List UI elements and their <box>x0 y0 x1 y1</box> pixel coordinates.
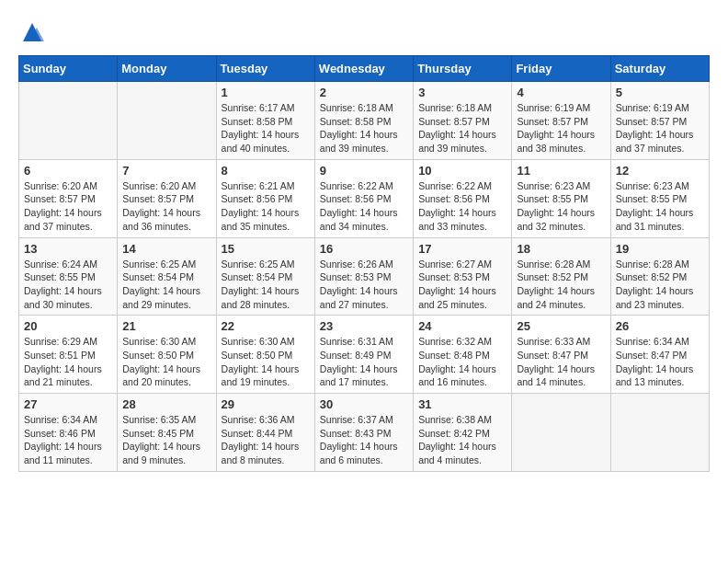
cell-content: Sunrise: 6:35 AM Sunset: 8:45 PM Dayligh… <box>122 413 210 467</box>
calendar-cell: 13 Sunrise: 6:24 AM Sunset: 8:55 PM Dayl… <box>19 237 118 316</box>
sunrise: Sunrise: 6:22 AM <box>418 180 492 191</box>
day-number: 31 <box>418 397 506 411</box>
sunrise: Sunrise: 6:38 AM <box>418 414 492 425</box>
daylight: Daylight: 14 hours and 35 minutes. <box>222 207 300 232</box>
sunset: Sunset: 8:55 PM <box>24 271 96 282</box>
sunset: Sunset: 8:53 PM <box>418 271 490 282</box>
day-number: 10 <box>418 164 506 178</box>
calendar-week-3: 13 Sunrise: 6:24 AM Sunset: 8:55 PM Dayl… <box>19 237 710 316</box>
daylight: Daylight: 14 hours and 14 minutes. <box>517 363 595 388</box>
sunset: Sunset: 8:42 PM <box>418 428 490 439</box>
calendar-week-1: 1 Sunrise: 6:17 AM Sunset: 8:58 PM Dayli… <box>19 82 710 160</box>
day-number: 9 <box>320 164 408 178</box>
sunset: Sunset: 8:43 PM <box>320 428 392 439</box>
day-number: 15 <box>222 242 310 256</box>
daylight: Daylight: 14 hours and 29 minutes. <box>122 285 200 310</box>
calendar-cell: 3 Sunrise: 6:18 AM Sunset: 8:57 PM Dayli… <box>414 82 512 160</box>
day-number: 22 <box>222 319 310 333</box>
day-number: 16 <box>320 242 408 256</box>
sunset: Sunset: 8:52 PM <box>616 271 688 282</box>
calendar-cell: 14 Sunrise: 6:25 AM Sunset: 8:54 PM Dayl… <box>118 237 216 316</box>
day-number: 4 <box>517 86 605 99</box>
calendar-cell: 24 Sunrise: 6:32 AM Sunset: 8:48 PM Dayl… <box>414 316 512 394</box>
calendar-cell: 29 Sunrise: 6:36 AM Sunset: 8:44 PM Dayl… <box>216 394 314 472</box>
cell-content: Sunrise: 6:17 AM Sunset: 8:58 PM Dayligh… <box>222 101 310 155</box>
sunrise: Sunrise: 6:23 AM <box>517 180 590 191</box>
cell-content: Sunrise: 6:24 AM Sunset: 8:55 PM Dayligh… <box>24 258 112 312</box>
sunrise: Sunrise: 6:27 AM <box>418 259 492 270</box>
day-header-saturday: Saturday <box>610 56 709 82</box>
calendar-cell: 12 Sunrise: 6:23 AM Sunset: 8:55 PM Dayl… <box>610 159 709 237</box>
day-number: 18 <box>517 242 605 256</box>
day-number: 1 <box>222 86 310 99</box>
calendar-header-row: SundayMondayTuesdayWednesdayThursdayFrid… <box>19 56 710 82</box>
cell-content: Sunrise: 6:30 AM Sunset: 8:50 PM Dayligh… <box>222 335 310 389</box>
sunrise: Sunrise: 6:31 AM <box>320 336 393 347</box>
calendar-cell: 18 Sunrise: 6:28 AM Sunset: 8:52 PM Dayl… <box>512 237 610 316</box>
cell-content: Sunrise: 6:36 AM Sunset: 8:44 PM Dayligh… <box>222 413 310 467</box>
day-number: 13 <box>24 242 112 256</box>
calendar-week-5: 27 Sunrise: 6:34 AM Sunset: 8:46 PM Dayl… <box>19 394 710 472</box>
day-number: 30 <box>320 397 408 411</box>
cell-content: Sunrise: 6:32 AM Sunset: 8:48 PM Dayligh… <box>418 335 506 389</box>
calendar-cell: 15 Sunrise: 6:25 AM Sunset: 8:54 PM Dayl… <box>216 237 314 316</box>
cell-content: Sunrise: 6:30 AM Sunset: 8:50 PM Dayligh… <box>122 335 210 389</box>
day-header-tuesday: Tuesday <box>216 56 314 82</box>
cell-content: Sunrise: 6:38 AM Sunset: 8:42 PM Dayligh… <box>418 413 506 467</box>
daylight: Daylight: 14 hours and 21 minutes. <box>24 363 102 388</box>
sunset: Sunset: 8:47 PM <box>616 350 688 361</box>
sunset: Sunset: 8:57 PM <box>24 193 96 204</box>
daylight: Daylight: 14 hours and 33 minutes. <box>418 207 496 232</box>
sunrise: Sunrise: 6:30 AM <box>222 336 295 347</box>
daylight: Daylight: 14 hours and 40 minutes. <box>222 129 300 154</box>
calendar-cell: 23 Sunrise: 6:31 AM Sunset: 8:49 PM Dayl… <box>314 316 413 394</box>
header <box>18 18 710 46</box>
cell-content: Sunrise: 6:26 AM Sunset: 8:53 PM Dayligh… <box>320 258 408 312</box>
cell-content: Sunrise: 6:28 AM Sunset: 8:52 PM Dayligh… <box>517 258 605 312</box>
sunset: Sunset: 8:55 PM <box>616 193 688 204</box>
day-number: 29 <box>222 397 310 411</box>
sunrise: Sunrise: 6:28 AM <box>517 259 590 270</box>
calendar-cell: 27 Sunrise: 6:34 AM Sunset: 8:46 PM Dayl… <box>19 394 118 472</box>
sunset: Sunset: 8:58 PM <box>222 116 293 127</box>
day-number: 23 <box>320 319 408 333</box>
sunset: Sunset: 8:44 PM <box>222 428 293 439</box>
cell-content: Sunrise: 6:25 AM Sunset: 8:54 PM Dayligh… <box>222 258 310 312</box>
sunset: Sunset: 8:56 PM <box>320 193 392 204</box>
cell-content: Sunrise: 6:31 AM Sunset: 8:49 PM Dayligh… <box>320 335 408 389</box>
daylight: Daylight: 14 hours and 8 minutes. <box>222 441 300 465</box>
daylight: Daylight: 14 hours and 37 minutes. <box>616 129 694 154</box>
sunrise: Sunrise: 6:22 AM <box>320 180 393 191</box>
cell-content: Sunrise: 6:27 AM Sunset: 8:53 PM Dayligh… <box>418 258 506 312</box>
sunrise: Sunrise: 6:28 AM <box>616 259 689 270</box>
sunset: Sunset: 8:58 PM <box>320 116 392 127</box>
calendar-cell: 25 Sunrise: 6:33 AM Sunset: 8:47 PM Dayl… <box>512 316 610 394</box>
sunrise: Sunrise: 6:34 AM <box>24 414 97 425</box>
sunset: Sunset: 8:57 PM <box>418 116 490 127</box>
sunset: Sunset: 8:53 PM <box>320 271 392 282</box>
calendar-cell: 19 Sunrise: 6:28 AM Sunset: 8:52 PM Dayl… <box>610 237 709 316</box>
daylight: Daylight: 14 hours and 19 minutes. <box>222 363 300 388</box>
calendar-week-2: 6 Sunrise: 6:20 AM Sunset: 8:57 PM Dayli… <box>19 159 710 237</box>
sunrise: Sunrise: 6:17 AM <box>222 102 295 113</box>
calendar-cell: 4 Sunrise: 6:19 AM Sunset: 8:57 PM Dayli… <box>512 82 610 160</box>
logo <box>18 18 48 46</box>
sunrise: Sunrise: 6:20 AM <box>122 180 196 191</box>
calendar-cell: 1 Sunrise: 6:17 AM Sunset: 8:58 PM Dayli… <box>216 82 314 160</box>
daylight: Daylight: 14 hours and 20 minutes. <box>122 363 200 388</box>
sunset: Sunset: 8:45 PM <box>122 428 194 439</box>
day-number: 6 <box>24 164 112 178</box>
cell-content: Sunrise: 6:19 AM Sunset: 8:57 PM Dayligh… <box>616 101 704 155</box>
daylight: Daylight: 14 hours and 37 minutes. <box>24 207 102 232</box>
calendar-cell: 5 Sunrise: 6:19 AM Sunset: 8:57 PM Dayli… <box>610 82 709 160</box>
cell-content: Sunrise: 6:18 AM Sunset: 8:57 PM Dayligh… <box>418 101 506 155</box>
day-number: 21 <box>122 319 210 333</box>
daylight: Daylight: 14 hours and 28 minutes. <box>222 285 300 310</box>
calendar-cell: 22 Sunrise: 6:30 AM Sunset: 8:50 PM Dayl… <box>216 316 314 394</box>
sunrise: Sunrise: 6:18 AM <box>418 102 492 113</box>
sunrise: Sunrise: 6:32 AM <box>418 336 492 347</box>
cell-content: Sunrise: 6:33 AM Sunset: 8:47 PM Dayligh… <box>517 335 605 389</box>
sunrise: Sunrise: 6:19 AM <box>616 102 689 113</box>
daylight: Daylight: 14 hours and 30 minutes. <box>24 285 102 310</box>
calendar-cell: 11 Sunrise: 6:23 AM Sunset: 8:55 PM Dayl… <box>512 159 610 237</box>
